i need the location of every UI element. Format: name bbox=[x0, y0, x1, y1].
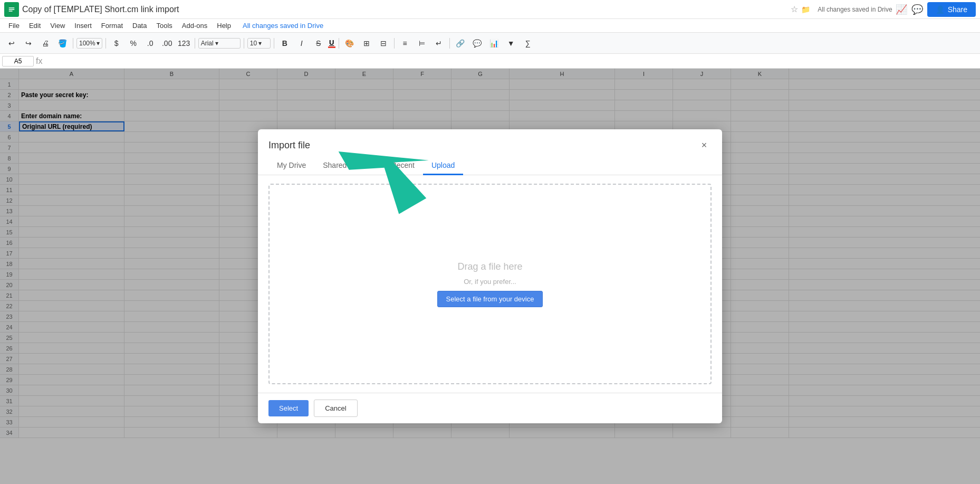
tab-my-drive[interactable]: My Drive bbox=[268, 157, 314, 175]
modal-title: Import file bbox=[268, 140, 310, 151]
bold-button[interactable]: B bbox=[277, 36, 292, 51]
align-vertical-button[interactable]: ⊨ bbox=[415, 36, 429, 51]
menu-addons[interactable]: Add-ons bbox=[178, 21, 212, 31]
modal-tabs: My Drive Shared with me Recent Upload bbox=[258, 157, 722, 175]
menu-view[interactable]: View bbox=[46, 21, 69, 31]
toolbar-separator-8 bbox=[449, 38, 450, 49]
title-right-actions: 📈 💬 👤 Share bbox=[896, 2, 976, 17]
menu-edit[interactable]: Edit bbox=[25, 21, 45, 31]
decimal-decrease-button[interactable]: .0 bbox=[143, 36, 158, 51]
cell-reference-box[interactable] bbox=[2, 56, 34, 67]
comments-icon[interactable]: 💬 bbox=[911, 4, 923, 15]
tab-upload[interactable]: Upload bbox=[423, 157, 463, 175]
insert-chart-button[interactable]: 📊 bbox=[487, 36, 502, 51]
format-number-button[interactable]: 123 bbox=[177, 36, 191, 51]
modal-cancel-button[interactable]: Cancel bbox=[314, 400, 357, 417]
percent-button[interactable]: % bbox=[126, 36, 141, 51]
toolbar-separator-7 bbox=[394, 38, 395, 49]
document-title: Copy of [TEMPLATE] Short.cm link import bbox=[22, 5, 787, 14]
filter-button[interactable]: ▼ bbox=[504, 36, 518, 51]
toolbar-separator-4 bbox=[244, 38, 244, 49]
modal-footer: Select Cancel bbox=[258, 393, 722, 423]
font-size-selector[interactable]: 10 ▾ bbox=[247, 38, 271, 49]
text-color-button[interactable]: U bbox=[328, 39, 335, 48]
formula-bar: fx bbox=[0, 54, 980, 69]
fill-color-button[interactable]: 🎨 bbox=[342, 36, 357, 51]
text-wrap-button[interactable]: ↵ bbox=[431, 36, 446, 51]
font-selector[interactable]: Arial ▾ bbox=[198, 38, 241, 49]
menu-help[interactable]: Help bbox=[213, 21, 235, 31]
app-icon bbox=[4, 2, 19, 17]
toolbar-separator-2 bbox=[105, 38, 106, 49]
menu-data[interactable]: Data bbox=[128, 21, 151, 31]
toolbar-separator-1 bbox=[73, 38, 73, 49]
import-file-modal: Import file × My Drive Shared with me Re… bbox=[258, 129, 722, 423]
drag-text: Drag a file here bbox=[457, 261, 522, 272]
formula-input[interactable] bbox=[44, 56, 978, 66]
modal-body: Drag a file here Or, if you prefer... Se… bbox=[258, 175, 722, 393]
file-drop-zone[interactable]: Drag a file here Or, if you prefer... Se… bbox=[268, 184, 712, 384]
undo-button[interactable]: ↩ bbox=[4, 36, 19, 51]
or-text: Or, if you prefer... bbox=[464, 278, 516, 286]
formula-divider: fx bbox=[36, 56, 42, 66]
borders-button[interactable]: ⊞ bbox=[359, 36, 374, 51]
trending-icon[interactable]: 📈 bbox=[896, 4, 907, 15]
modal-select-button[interactable]: Select bbox=[268, 400, 309, 416]
share-button[interactable]: 👤 Share bbox=[927, 2, 976, 17]
strikethrough-button[interactable]: S bbox=[311, 36, 326, 51]
app-shell: Copy of [TEMPLATE] Short.cm link import … bbox=[0, 0, 980, 484]
menu-bar: File Edit View Insert Format Data Tools … bbox=[0, 19, 980, 33]
star-button[interactable]: ☆ bbox=[791, 4, 798, 14]
menu-insert[interactable]: Insert bbox=[70, 21, 96, 31]
text-color-bar bbox=[328, 46, 335, 48]
insert-comment-button[interactable]: 💬 bbox=[470, 36, 485, 51]
merge-cells-button[interactable]: ⊟ bbox=[376, 36, 391, 51]
toolbar-separator-5 bbox=[274, 38, 274, 49]
tab-shared-with-me[interactable]: Shared with me bbox=[314, 157, 382, 175]
drive-icon[interactable]: 📁 bbox=[801, 5, 810, 14]
modal-header: Import file × bbox=[258, 129, 722, 153]
decimal-increase-button[interactable]: .00 bbox=[160, 36, 175, 51]
title-bar: Copy of [TEMPLATE] Short.cm link import … bbox=[0, 0, 980, 19]
tab-recent[interactable]: Recent bbox=[383, 157, 423, 175]
align-left-button[interactable]: ≡ bbox=[398, 36, 412, 51]
toolbar-separator-6 bbox=[339, 38, 339, 49]
currency-button[interactable]: $ bbox=[109, 36, 124, 51]
modal-backdrop: Import file × My Drive Shared with me Re… bbox=[0, 69, 980, 484]
zoom-control[interactable]: 100% ▾ bbox=[76, 38, 102, 49]
sheet-area: A B C D E F G H I J K 1 bbox=[0, 69, 980, 484]
toolbar: ↩ ↪ 🖨 🪣 100% ▾ $ % .0 .00 123 Arial ▾ 10… bbox=[0, 33, 980, 54]
link-button[interactable]: 🔗 bbox=[453, 36, 468, 51]
menu-tools[interactable]: Tools bbox=[152, 21, 176, 31]
toolbar-separator-3 bbox=[195, 38, 195, 49]
share-icon: 👤 bbox=[936, 5, 945, 14]
paint-format-button[interactable]: 🪣 bbox=[55, 36, 70, 51]
italic-button[interactable]: I bbox=[294, 36, 309, 51]
save-status: All changes saved in Drive bbox=[818, 6, 892, 13]
redo-button[interactable]: ↪ bbox=[21, 36, 36, 51]
functions-button[interactable]: ∑ bbox=[521, 36, 535, 51]
modal-close-button[interactable]: × bbox=[697, 138, 712, 153]
menu-save-link[interactable]: All changes saved in Drive bbox=[243, 22, 323, 30]
select-file-button[interactable]: Select a file from your device bbox=[437, 291, 543, 307]
menu-format[interactable]: Format bbox=[97, 21, 127, 31]
menu-file[interactable]: File bbox=[4, 21, 24, 31]
print-button[interactable]: 🖨 bbox=[38, 36, 53, 51]
